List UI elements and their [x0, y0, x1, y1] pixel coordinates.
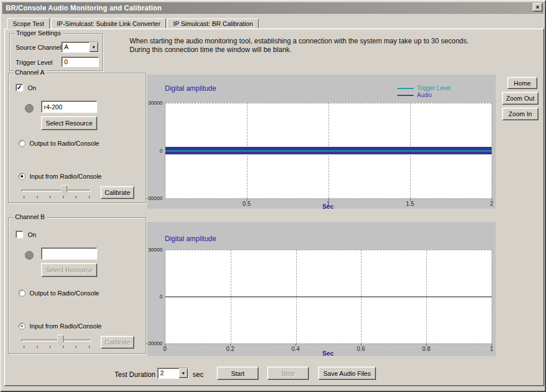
x-tick-label: 0.8 [422, 346, 430, 352]
channel-a-input-radio-label: Input from Radio/Console [29, 173, 102, 180]
x-tick-label: 1 [490, 346, 493, 352]
channel-b-output-radio[interactable] [19, 290, 25, 297]
channel-a-x-axis-label: Sec [322, 203, 334, 210]
channel-a-on-checkbox[interactable]: ✓ [16, 84, 23, 91]
trigger-level-label: Trigger Level [16, 59, 53, 66]
channel-a-y-axis: 300000-30000 [147, 103, 164, 198]
channel-b-scope-chart: Digital amplitude 300000-30000 00.20.40.… [147, 222, 496, 356]
channel-a-output-radio[interactable] [19, 140, 25, 147]
x-tick-label: 1.5 [406, 201, 414, 207]
channel-b-select-resource-button[interactable]: Select Resource [41, 263, 97, 277]
source-channel-value: A [62, 42, 89, 52]
test-duration-label: Test Duration [115, 371, 156, 379]
dialog-window: BR/Console Audio Monitoring and Calibrat… [0, 0, 546, 392]
legend-line-icon [397, 88, 414, 89]
close-button[interactable]: × [533, 3, 543, 12]
connection-notice: When starting the audio monitoring tool,… [130, 37, 500, 54]
start-button[interactable]: Start [217, 367, 259, 380]
slider-track [21, 190, 91, 192]
stop-button[interactable]: Stop [267, 367, 309, 380]
zoom-out-button[interactable]: Zoom Out [502, 92, 538, 105]
tab-strip: Scope Test IP-Simulcast: Subsite Link Co… [7, 18, 260, 28]
channel-a-level-slider[interactable] [21, 184, 91, 199]
trigger-settings-group: Trigger Settings Source Channel A ▼ Trig… [9, 34, 103, 71]
gridline-x-1 [492, 250, 492, 343]
legend-label: Trigger Level [417, 85, 451, 91]
x-tick-label: 0 [163, 346, 167, 352]
x-tick-label: 0.4 [292, 346, 300, 352]
channel-a-input-radio[interactable] [19, 173, 25, 180]
chevron-down-icon[interactable]: ▼ [89, 42, 98, 52]
tab-ip-simulcast-br-calibration[interactable]: IP Simulcast: BR Calibration [167, 19, 259, 28]
y-tick-label: 0 [160, 148, 163, 154]
channel-b-on-checkbox[interactable]: ✓ [16, 231, 23, 238]
source-channel-label: Source Channel [16, 44, 61, 51]
y-tick-label: -30000 [146, 195, 163, 201]
channel-a-scope-chart: Digital amplitude Trigger LevelAudio 300… [147, 75, 496, 209]
channel-b-y-axis: 300000-30000 [147, 250, 164, 343]
channel-a-group: Channel A ✓ On r4-200 Select Resource Ou… [8, 73, 146, 203]
test-duration-select[interactable]: 2 ▼ [157, 368, 189, 379]
tab-ip-simulcast-subsite-link-converter[interactable]: IP-Simulcast: Subsite Link Converter [51, 19, 166, 28]
checkmark-icon: ✓ [17, 84, 22, 90]
gridline-y-30000 [165, 250, 492, 250]
test-duration-unit-label: sec [193, 371, 204, 379]
gridline-x-2 [492, 103, 492, 198]
channel-b-input-radio-label: Input from Radio/Console [29, 323, 102, 330]
channel-b-resource-input[interactable] [41, 247, 97, 260]
connection-notice-line1: When starting the audio monitoring tool,… [130, 37, 500, 46]
x-tick-label: 2 [490, 201, 493, 207]
zoom-in-button[interactable]: Zoom In [502, 108, 538, 120]
tab-scope-test[interactable]: Scope Test [7, 18, 50, 29]
legend-item-audio: Audio [397, 92, 451, 98]
channel-a-output-radio-label: Output to Radio/Console [29, 140, 99, 147]
channel-a-select-resource-button[interactable]: Select Resource [41, 116, 97, 130]
title-bar[interactable]: BR/Console Audio Monitoring and Calibrat… [2, 2, 544, 14]
series-audio [165, 297, 492, 297]
slider-ticks [24, 196, 90, 198]
trigger-level-input[interactable]: 0 [61, 57, 99, 67]
channel-b-resource-led-icon [25, 251, 34, 260]
channel-a-chart-legend: Trigger LevelAudio [397, 85, 451, 98]
legend-item-trigger-level: Trigger Level [397, 85, 451, 91]
channel-b-slider-thumb[interactable] [57, 335, 64, 346]
channel-b-input-radio[interactable] [19, 323, 25, 330]
trigger-settings-title: Trigger Settings [14, 29, 62, 36]
window-title: BR/Console Audio Monitoring and Calibrat… [6, 4, 161, 12]
channel-a-chart-title: Digital amplitude [165, 84, 216, 93]
y-tick-label: 0 [160, 294, 163, 299]
test-duration-value: 2 [158, 368, 179, 378]
chevron-down-icon[interactable]: ▼ [179, 368, 188, 378]
channel-a-title: Channel A [13, 69, 46, 76]
channel-b-x-axis-label: Sec [322, 350, 334, 357]
connection-notice-line2: During this connection time the window w… [130, 46, 500, 54]
channel-b-output-radio-label: Output to Radio/Console [29, 290, 99, 297]
source-channel-select[interactable]: A ▼ [61, 42, 99, 53]
save-audio-files-button[interactable]: Save Audio Files [318, 367, 376, 380]
y-tick-label: 30000 [148, 247, 163, 253]
channel-b-level-slider[interactable] [21, 334, 91, 349]
series-trigger-level [165, 150, 492, 151]
x-tick-label: 0.2 [226, 346, 234, 352]
channel-b-title: Channel B [13, 213, 46, 220]
home-button[interactable]: Home [507, 77, 537, 89]
channel-b-chart-title: Digital amplitude [165, 235, 216, 243]
channel-a-resource-input[interactable]: r4-200 [41, 101, 97, 113]
x-tick-label: 0.6 [357, 346, 365, 352]
channel-a-slider-thumb[interactable] [61, 185, 67, 196]
y-tick-label: 30000 [148, 100, 163, 106]
y-tick-label: -30000 [146, 341, 163, 346]
channel-a-resource-led-icon [25, 104, 34, 113]
x-tick-label: 0.5 [242, 201, 250, 207]
channel-b-plot-area [165, 250, 492, 343]
channel-b-group: Channel B ✓ On Select Resource Output to… [8, 217, 146, 354]
channel-b-calibrate-button[interactable]: Calibrate [101, 336, 134, 349]
legend-line-icon [397, 95, 414, 96]
channel-a-calibrate-button[interactable]: Calibrate [101, 186, 134, 199]
slider-ticks [24, 346, 90, 348]
channel-a-on-label: On [28, 84, 36, 91]
legend-label: Audio [417, 92, 432, 98]
slider-track [21, 339, 91, 342]
channel-b-on-label: On [28, 231, 36, 238]
channel-a-plot-area [165, 103, 492, 198]
